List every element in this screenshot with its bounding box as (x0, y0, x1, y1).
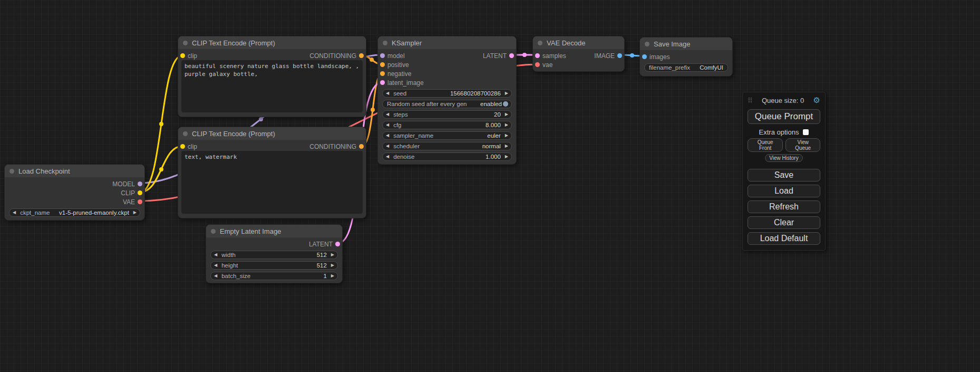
node-title-bar[interactable]: Load Checkpoint (5, 165, 144, 177)
widget-label: Random seed after every gen (387, 101, 467, 107)
output-slot-clip[interactable]: CLIP (121, 189, 142, 197)
widget-steps[interactable]: ◀ steps 20 ▶ (382, 110, 512, 119)
node-clip-text-encode-positive[interactable]: CLIP Text Encode (Prompt) clip CONDITION… (178, 36, 366, 117)
widget-denoise[interactable]: ◀ denoise 1.000 ▶ (382, 152, 512, 161)
widget-value: 8.000 (486, 122, 501, 128)
widget-label: height (221, 262, 238, 269)
input-slot-samples[interactable]: samples (535, 52, 566, 60)
input-slot-clip[interactable]: clip (180, 52, 197, 60)
increment-icon[interactable]: ▶ (505, 133, 508, 138)
extra-options-checkbox[interactable] (803, 129, 809, 135)
increment-icon[interactable]: ▶ (505, 155, 508, 159)
widget-height[interactable]: ◀ height 512 ▶ (210, 261, 338, 270)
widget-sampler-name[interactable]: ◀ sampler_name euler ▶ (382, 131, 512, 140)
input-slot-negative[interactable]: negative (380, 70, 411, 78)
node-title-bar[interactable]: Save Image (640, 37, 732, 50)
widget-scheduler[interactable]: ◀ scheduler normal ▶ (382, 142, 512, 150)
increment-icon[interactable]: ▶ (505, 123, 508, 127)
decrement-icon[interactable]: ◀ (386, 133, 389, 138)
refresh-button[interactable]: Refresh (748, 201, 820, 213)
increment-icon[interactable]: ▶ (505, 112, 508, 117)
decrement-icon[interactable]: ◀ (214, 253, 217, 257)
widget-label: cfg (393, 122, 401, 128)
widget-seed[interactable]: ◀ seed 156680208700286 ▶ (382, 89, 512, 98)
link-midpoint-clip-positive (159, 122, 163, 126)
widget-ckpt-name[interactable]: ◀ ckpt_name v1-5-pruned-emaonly.ckpt ▶ (9, 208, 140, 217)
collapse-dot-icon[interactable] (383, 41, 387, 45)
collapse-dot-icon[interactable] (9, 169, 14, 174)
decrement-icon[interactable]: ◀ (386, 144, 389, 148)
input-slot-positive[interactable]: positive (380, 61, 409, 69)
increment-icon[interactable]: ▶ (505, 91, 508, 96)
node-title-bar[interactable]: VAE Decode (533, 36, 624, 49)
output-slot-conditioning[interactable]: CONDITIONING (309, 52, 364, 60)
node-clip-text-encode-negative[interactable]: CLIP Text Encode (Prompt) clip CONDITION… (178, 127, 366, 218)
clear-button[interactable]: Clear (748, 216, 820, 229)
output-slot-model[interactable]: MODEL (112, 180, 142, 188)
queue-front-button[interactable]: Queue Front (748, 138, 783, 152)
view-history-button[interactable]: View History (765, 154, 802, 162)
increment-icon[interactable]: ▶ (505, 144, 508, 148)
output-slot-image[interactable]: IMAGE (594, 52, 622, 60)
queue-prompt-button[interactable]: Queue Prompt (748, 109, 820, 124)
graph-canvas[interactable]: Load Checkpoint MODEL CLIP VAE ◀ ckpt_na… (0, 0, 980, 372)
toggle-icon[interactable] (503, 101, 508, 107)
input-slot-model[interactable]: model (380, 52, 405, 60)
increment-icon[interactable]: ▶ (133, 211, 137, 215)
widget-label: steps (393, 111, 408, 118)
node-title-bar[interactable]: Empty Latent Image (206, 225, 342, 237)
increment-icon[interactable]: ▶ (331, 253, 334, 257)
collapse-dot-icon[interactable] (183, 41, 188, 45)
node-title-bar[interactable]: CLIP Text Encode (Prompt) (178, 36, 366, 49)
decrement-icon[interactable]: ◀ (13, 211, 16, 215)
prompt-textarea[interactable]: beautiful scenery nature glass bottle la… (181, 60, 363, 112)
drag-handle-icon[interactable]: ⠿ (748, 97, 753, 104)
slot-label: MODEL (112, 180, 135, 188)
view-queue-button[interactable]: View Queue (785, 138, 820, 152)
node-save-image[interactable]: Save Image images filename_prefix ComfyU… (639, 37, 733, 77)
node-empty-latent-image[interactable]: Empty Latent Image LATENT ◀ width 512 ▶ … (206, 224, 343, 283)
widget-batch-size[interactable]: ◀ batch_size 1 ▶ (210, 272, 338, 280)
input-slot-vae[interactable]: vae (535, 61, 552, 69)
node-title: Load Checkpoint (18, 167, 70, 175)
input-slot-clip[interactable]: clip (180, 143, 197, 150)
output-slot-vae[interactable]: VAE (123, 198, 142, 206)
collapse-dot-icon[interactable] (645, 42, 649, 46)
decrement-icon[interactable]: ◀ (386, 91, 389, 96)
decrement-icon[interactable]: ◀ (386, 155, 389, 159)
widget-width[interactable]: ◀ width 512 ▶ (210, 251, 338, 259)
node-load-checkpoint[interactable]: Load Checkpoint MODEL CLIP VAE ◀ ckpt_na… (4, 164, 145, 221)
vae-slot-icon (138, 199, 142, 204)
save-button[interactable]: Save (748, 169, 820, 182)
widget-cfg[interactable]: ◀ cfg 8.000 ▶ (382, 121, 512, 129)
image-slot-icon (642, 54, 647, 59)
node-title-bar[interactable]: KSampler (378, 36, 516, 49)
input-slot-images[interactable]: images (642, 53, 670, 61)
output-slot-latent[interactable]: LATENT (483, 52, 514, 60)
decrement-icon[interactable]: ◀ (214, 263, 217, 268)
load-default-button[interactable]: Load Default (748, 232, 820, 245)
widget-value: normal (482, 143, 501, 149)
collapse-dot-icon[interactable] (211, 229, 216, 234)
load-button[interactable]: Load (748, 185, 820, 197)
node-title-bar[interactable]: CLIP Text Encode (Prompt) (178, 127, 366, 140)
increment-icon[interactable]: ▶ (331, 274, 334, 278)
output-slot-conditioning[interactable]: CONDITIONING (309, 143, 364, 150)
latent-slot-icon (335, 242, 340, 246)
decrement-icon[interactable]: ◀ (386, 123, 389, 127)
widget-filename-prefix[interactable]: filename_prefix ComfyUI (644, 63, 728, 72)
slot-label: IMAGE (594, 52, 615, 60)
output-slot-latent[interactable]: LATENT (309, 241, 340, 248)
collapse-dot-icon[interactable] (538, 41, 542, 45)
settings-gear-icon[interactable]: ⚙ (813, 96, 820, 105)
decrement-icon[interactable]: ◀ (386, 112, 389, 117)
input-slot-latent-image[interactable]: latent_image (380, 79, 424, 87)
node-ksampler[interactable]: KSampler model LATENT positive negative (377, 36, 517, 165)
decrement-icon[interactable]: ◀ (214, 274, 217, 278)
widget-random-seed-toggle[interactable]: Random seed after every gen enabled (382, 100, 512, 108)
collapse-dot-icon[interactable] (183, 131, 188, 136)
node-vae-decode[interactable]: VAE Decode samples IMAGE vae (532, 36, 625, 72)
clip-slot-icon (138, 190, 142, 195)
increment-icon[interactable]: ▶ (331, 263, 334, 268)
prompt-textarea[interactable]: text, watermark (181, 151, 363, 214)
